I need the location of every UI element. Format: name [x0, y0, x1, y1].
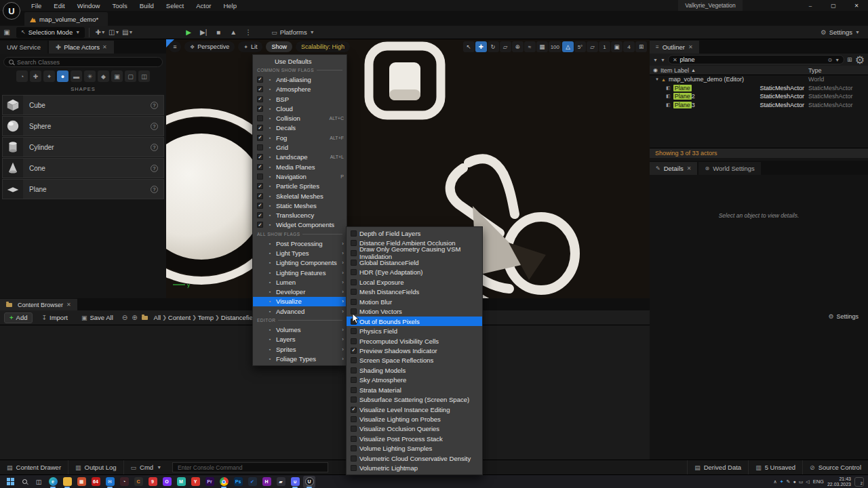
menu-item-visualize-occlusion-queries[interactable]: Visualize Occlusion Queries [347, 424, 482, 434]
import-button[interactable]: ↧ Import [37, 312, 72, 323]
checkbox-volume-lighting-samples[interactable] [351, 445, 357, 451]
tray-chevron-icon[interactable]: ∧ [774, 479, 777, 485]
checkbox-visualize-lighting-on-probes[interactable] [351, 416, 357, 422]
menu-window[interactable]: Window [72, 1, 106, 10]
menu-item-volumetric-cloud-conservative-density[interactable]: Volumetric Cloud Conservative Density [347, 453, 482, 463]
menu-item-volumes[interactable]: ▪Volumes› [253, 325, 347, 334]
perspective-dropdown[interactable]: ❖ Perspective [184, 41, 235, 52]
volumes-icon[interactable]: ▣ [111, 70, 123, 82]
play-button[interactable]: ▶ [182, 27, 195, 38]
checkbox-visualize-occlusion-queries[interactable] [351, 426, 357, 432]
lights-icon[interactable]: ✦ [43, 70, 55, 82]
checkbox-landscape[interactable]: ✓ [257, 154, 263, 160]
menu-item-visualize-level-instance-editing[interactable]: ✓Visualize Level Instance Editing [347, 405, 482, 414]
app-64-icon[interactable]: 64 [90, 476, 102, 488]
type-column[interactable]: Type [808, 67, 868, 74]
menu-item-out-of-bounds-pixels[interactable]: Out of Bounds Pixels [347, 317, 482, 326]
help-icon[interactable]: ? [151, 123, 158, 130]
premiere-icon[interactable]: Pr [203, 476, 216, 488]
menu-item-preview-shadows-indicator[interactable]: ✓Preview Shadows Indicator [347, 346, 482, 355]
chevron-down-icon[interactable]: ▼ [660, 58, 665, 62]
menu-item-sky-atmosphere[interactable]: Sky Atmosphere [347, 375, 482, 385]
breadcrumb-all[interactable]: All [154, 314, 161, 321]
checkbox-physics-field[interactable] [351, 328, 357, 334]
menu-item-draw-only-geometry-causing-vsm-invalidation[interactable]: Draw Only Geometry Causing VSM Invalidat… [347, 248, 482, 258]
checkbox-volumetric-lightmap[interactable] [351, 465, 357, 471]
mail-icon[interactable]: ✉ [104, 476, 116, 488]
checkbox-global-distancefield[interactable] [351, 260, 357, 266]
new-folder-icon[interactable]: ⊞ [847, 56, 852, 63]
recently-placed-icon[interactable]: ◔ [16, 70, 28, 82]
checkbox-cloud[interactable]: ✓ [257, 106, 263, 112]
maximize-viewport[interactable]: ⊞ [635, 41, 647, 52]
surface-snap-toggle[interactable]: ≈ [524, 41, 536, 52]
start-button[interactable] [4, 476, 16, 488]
menu-item-local-exposure[interactable]: Local Exposure [347, 277, 482, 287]
checkbox-local-exposure[interactable] [351, 279, 357, 285]
basic-icon[interactable]: ✚ [30, 70, 41, 82]
chrome-icon[interactable] [218, 476, 230, 488]
save-all-button[interactable]: ▣ Save All [77, 312, 118, 323]
checkbox-bsp[interactable]: ✓ [257, 96, 263, 102]
menu-item-translucency[interactable]: ✓▪Translucency [253, 210, 347, 220]
taskbar-clock[interactable]: 21:43 22.03.2023 [827, 476, 851, 487]
checkbox-fog[interactable]: ✓ [257, 135, 263, 141]
close-icon[interactable]: ✕ [102, 44, 107, 50]
checkbox-media-planes[interactable]: ✓ [257, 164, 263, 170]
checkbox-anti-aliasing[interactable]: ✓ [257, 77, 263, 83]
shapes-icon[interactable]: ● [57, 70, 68, 82]
checkbox-preview-shadows-indicator[interactable]: ✓ [351, 348, 357, 354]
c-app-icon[interactable]: C [132, 476, 144, 488]
menu-item-decals[interactable]: ✓▪Decals [253, 123, 347, 133]
output-log-button[interactable]: ▥ Output Log [68, 460, 124, 475]
level-tab[interactable]: map_volume_demo* [24, 12, 108, 26]
platforms-dropdown[interactable]: ▭ Platforms ▼ [271, 28, 315, 36]
menu-item-widget-components[interactable]: ✓▪Widget Components [253, 220, 347, 230]
photoshop-icon[interactable]: Ps [232, 476, 244, 488]
forward-icon[interactable]: ⊕ [132, 314, 137, 321]
language-indicator[interactable]: ENG [813, 479, 824, 485]
checkbox-motion-blur[interactable] [351, 299, 357, 305]
taskbar-search-button[interactable] [18, 476, 31, 488]
outliner-column-header[interactable]: ◉ Item Label ▲ Type [650, 66, 868, 75]
menu-item-sprites[interactable]: ▪Sprites› [253, 344, 347, 354]
chevron-down-icon[interactable]: ▼ [835, 58, 840, 62]
menu-help[interactable]: Help [218, 1, 242, 10]
yandex-icon[interactable]: Y [189, 476, 201, 488]
checkbox-static-meshes[interactable]: ✓ [257, 203, 263, 209]
checkbox-strata-material[interactable] [351, 387, 357, 393]
add-button[interactable]: + Add [4, 312, 33, 323]
test-icon[interactable]: ▢ [125, 70, 136, 82]
menu-item-atmosphere[interactable]: ✓▪Atmosphere [253, 85, 347, 94]
checkbox-particle-sprites[interactable]: ✓ [257, 183, 263, 189]
menu-item-fog[interactable]: ✓▪FogALT+F [253, 133, 347, 142]
source-control-button[interactable]: ⊘Source Control [802, 460, 868, 475]
checkbox-visualize-level-instance-editing[interactable]: ✓ [351, 407, 357, 413]
menu-item-foliage-types[interactable]: ▪Foliage Types› [253, 354, 347, 363]
maximize-button[interactable]: ▢ [822, 0, 845, 11]
checkbox-volumetric-cloud-conservative-density[interactable] [351, 455, 357, 462]
rotation-snap-toggle[interactable]: △ [562, 41, 574, 52]
minimize-button[interactable]: – [799, 0, 822, 11]
menu-item-media-planes[interactable]: ✓▪Media Planes [253, 162, 347, 171]
menu-item-grid[interactable]: ▪Grid [253, 142, 347, 152]
selection-mode-dropdown[interactable]: ↖ Selection Mode ▼ [16, 27, 85, 38]
tray-display-icon[interactable]: ▭ [799, 479, 804, 485]
help-icon[interactable]: ? [151, 165, 158, 172]
select-tool[interactable]: ↖ [463, 41, 475, 52]
rotate-tool[interactable]: ↻ [488, 41, 499, 52]
search-classes-input[interactable]: Search Classes [3, 57, 163, 67]
menu-item-landscape[interactable]: ✓▪LandscapeALT+L [253, 152, 347, 162]
menu-item-visualize[interactable]: ▪Visualize› [253, 297, 347, 306]
world-space-toggle[interactable]: ⊕ [512, 41, 524, 52]
clear-search-icon[interactable]: ✕ [673, 57, 677, 63]
edge-icon[interactable]: e [47, 476, 59, 488]
tab-world-settings[interactable]: ⊛World Settings [698, 162, 760, 175]
checkbox-collision[interactable] [257, 115, 263, 121]
blueprints-icon[interactable]: ◫▼ [107, 27, 121, 38]
notification-button[interactable]: 2 [854, 477, 864, 487]
close-icon[interactable]: ✕ [66, 302, 71, 308]
menu-item-advanced[interactable]: ▪Advanced› [253, 306, 347, 316]
menu-item-volume-lighting-samples[interactable]: Volume Lighting Samples [347, 444, 482, 453]
breadcrumb-temp[interactable]: Temp [198, 314, 214, 321]
